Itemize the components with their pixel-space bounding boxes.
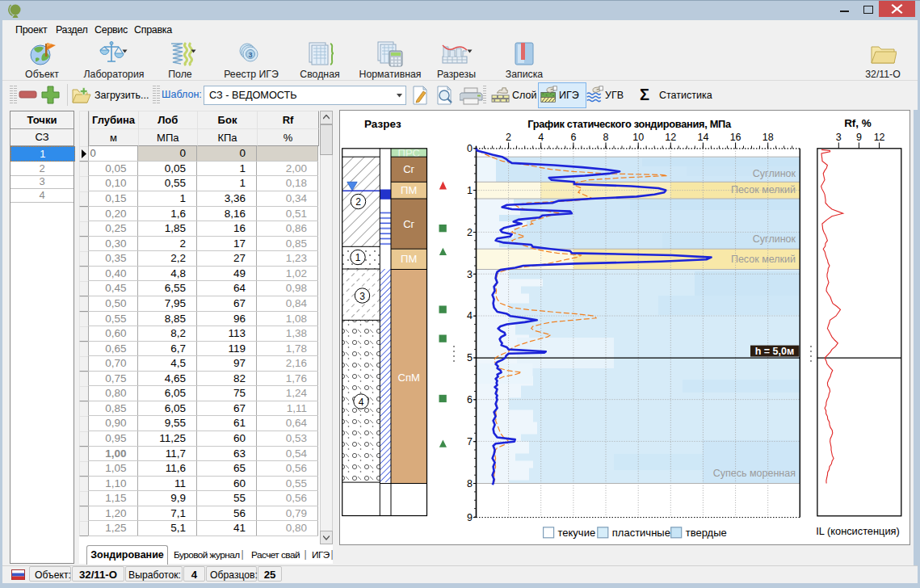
svg-text:3: 3 [836, 132, 842, 143]
svg-text:твердые: твердые [686, 527, 727, 539]
svg-text:4: 4 [538, 132, 544, 143]
svg-text:8: 8 [467, 478, 473, 489]
svg-text:Суглинок: Суглинок [753, 233, 796, 245]
svg-text:Разрез: Разрез [364, 118, 401, 130]
svg-text:0: 0 [467, 143, 473, 154]
svg-text:Песок мелкий: Песок мелкий [731, 254, 796, 265]
svg-text:График статического зондирован: График статического зондирования, МПа [527, 118, 732, 130]
svg-text:7: 7 [467, 436, 473, 447]
svg-text:Сг: Сг [403, 218, 414, 230]
svg-text:18: 18 [762, 132, 774, 143]
svg-text:Песок мелкий: Песок мелкий [731, 184, 796, 195]
svg-text:10: 10 [632, 132, 644, 143]
svg-text:h = 5,0м: h = 5,0м [755, 346, 795, 357]
svg-text:9: 9 [856, 132, 862, 143]
svg-text:12: 12 [665, 132, 676, 143]
svg-text:2: 2 [506, 132, 511, 143]
svg-text:3: 3 [359, 291, 365, 302]
svg-text:6: 6 [570, 132, 576, 143]
svg-text:16: 16 [730, 132, 741, 143]
svg-text:пластичные: пластичные [612, 527, 670, 539]
svg-text:Супесь моренная: Супесь моренная [713, 468, 796, 479]
svg-text:Сг: Сг [403, 163, 414, 175]
svg-text:8: 8 [603, 132, 609, 143]
svg-text:текучие: текучие [558, 527, 596, 539]
svg-text:Rf, %: Rf, % [844, 117, 872, 129]
svg-text:2: 2 [467, 227, 473, 238]
svg-text:6: 6 [467, 394, 473, 405]
svg-text:12: 12 [874, 132, 885, 143]
svg-text:2: 2 [355, 196, 361, 208]
svg-text:IL (консистенция): IL (консистенция) [816, 525, 899, 537]
svg-text:ПМ: ПМ [401, 184, 417, 196]
svg-text:ПМ: ПМ [401, 253, 417, 265]
svg-text:4: 4 [467, 310, 473, 321]
svg-text:5: 5 [467, 352, 473, 363]
svg-text:1: 1 [467, 185, 473, 196]
svg-text:Суглинок: Суглинок [753, 168, 796, 179]
svg-text:4: 4 [359, 397, 364, 408]
svg-text:3: 3 [467, 269, 473, 280]
svg-text:3: 3 [248, 51, 252, 59]
svg-text:СпМ: СпМ [398, 372, 420, 384]
svg-text:1: 1 [355, 252, 361, 263]
svg-text:9: 9 [467, 512, 473, 523]
svg-text:14: 14 [697, 132, 708, 143]
